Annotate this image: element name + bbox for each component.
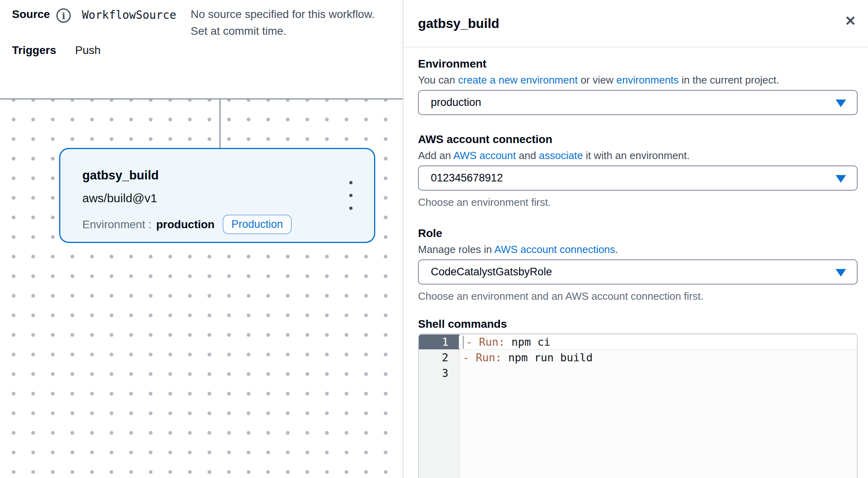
panel-body: Environment You can create a new environ… bbox=[404, 48, 868, 478]
aws-account-link[interactable]: AWS account bbox=[453, 149, 516, 161]
environment-select-value: production bbox=[431, 96, 481, 109]
close-icon[interactable]: ✕ bbox=[842, 12, 859, 30]
editor-lines[interactable]: 1- Run: npm ci2- Run: npm run build3 bbox=[419, 334, 857, 381]
aws-account-select[interactable]: 012345678912 bbox=[418, 165, 858, 191]
section-environment: Environment You can create a new environ… bbox=[418, 57, 857, 115]
node-environment-label: Environment : bbox=[82, 218, 151, 231]
source-label: Source bbox=[12, 8, 50, 21]
aws-account-description: Add an AWS account and associate it with… bbox=[418, 149, 857, 162]
environment-desc-text2: or view bbox=[577, 74, 616, 86]
editor-line[interactable]: 1- Run: npm ci bbox=[419, 334, 857, 350]
workflow-source-name: WorkflowSource bbox=[82, 8, 176, 22]
line-number: 3 bbox=[419, 365, 460, 381]
shell-commands-heading: Shell commands bbox=[418, 317, 857, 331]
info-icon[interactable]: i bbox=[56, 8, 71, 23]
kebab-menu-icon[interactable] bbox=[342, 179, 360, 212]
node-environment-row: Environment : production Production bbox=[82, 215, 292, 234]
environments-link[interactable]: environments bbox=[616, 74, 679, 86]
code-token: npm run build bbox=[502, 351, 593, 364]
action-details-panel: gatbsy_build ✕ Environment You can creat… bbox=[403, 0, 868, 478]
environment-description: You can create a new environment or view… bbox=[418, 73, 857, 87]
aws-desc-text2: and bbox=[516, 149, 539, 161]
role-description: Manage roles in AWS account connections. bbox=[418, 243, 857, 256]
environment-select[interactable]: production bbox=[418, 90, 858, 115]
role-heading: Role bbox=[418, 227, 857, 240]
workflow-canvas[interactable]: Source i WorkflowSource No source specif… bbox=[0, 0, 403, 478]
panel-title: gatbsy_build bbox=[418, 16, 500, 31]
aws-desc-text3: it with an environment. bbox=[583, 149, 689, 161]
text-cursor bbox=[463, 336, 464, 349]
yaml-key-token: - Run: bbox=[466, 336, 505, 348]
code-token: npm ci bbox=[505, 336, 551, 348]
environment-desc-text1: You can bbox=[418, 74, 458, 86]
create-environment-link[interactable]: create a new environment bbox=[458, 74, 577, 86]
section-aws-account: AWS account connection Add an AWS accoun… bbox=[418, 133, 857, 209]
line-content[interactable]: - Run: npm ci bbox=[459, 336, 857, 349]
trigger-push[interactable]: Push bbox=[75, 44, 101, 57]
editor-line[interactable]: 2- Run: npm run build bbox=[419, 350, 857, 365]
shell-commands-editor[interactable]: 1- Run: npm ci2- Run: npm run build3 bbox=[418, 333, 858, 478]
section-shell-commands: Shell commands 1- Run: npm ci2- Run: npm… bbox=[418, 317, 857, 478]
aws-account-select-value: 012345678912 bbox=[431, 172, 503, 184]
line-content[interactable]: - Run: npm run build bbox=[460, 351, 857, 364]
aws-desc-text1: Add an bbox=[418, 149, 453, 161]
connector-line bbox=[219, 100, 221, 149]
panel-header: gatbsy_build ✕ bbox=[404, 0, 868, 48]
dropdown-caret-icon bbox=[836, 100, 846, 107]
source-note-line1: No source specified for this workflow. bbox=[191, 8, 375, 21]
node-environment-value: production bbox=[156, 218, 215, 231]
role-desc-text1: Manage roles in bbox=[418, 243, 494, 255]
role-select-value: CodeCatalystGatsbyRole bbox=[431, 266, 552, 278]
environment-desc-text3: in the current project. bbox=[679, 74, 779, 86]
line-number: 2 bbox=[419, 350, 460, 365]
yaml-key-token: - Run: bbox=[463, 351, 502, 364]
workflow-node-gatbsy-build[interactable]: gatbsy_build aws/build@v1 Environment : … bbox=[59, 148, 375, 243]
line-number: 1 bbox=[419, 335, 460, 349]
role-desc-text2: . bbox=[615, 243, 618, 255]
source-note-line2: Set at commit time. bbox=[191, 25, 287, 38]
dropdown-caret-icon bbox=[836, 269, 846, 277]
aws-account-heading: AWS account connection bbox=[418, 133, 857, 146]
role-select[interactable]: CodeCatalystGatsbyRole bbox=[418, 259, 858, 285]
editor-line[interactable]: 3 bbox=[419, 365, 857, 381]
aws-account-helper: Choose an environment first. bbox=[418, 195, 857, 209]
associate-link[interactable]: associate bbox=[539, 149, 583, 161]
triggers-label: Triggers bbox=[12, 44, 56, 57]
node-title: gatbsy_build bbox=[82, 168, 292, 183]
production-badge[interactable]: Production bbox=[223, 215, 292, 234]
node-action-type: aws/build@v1 bbox=[82, 191, 292, 205]
environment-heading: Environment bbox=[418, 57, 857, 71]
dropdown-caret-icon bbox=[836, 175, 846, 183]
aws-account-connections-link[interactable]: AWS account connections bbox=[494, 243, 615, 255]
section-role: Role Manage roles in AWS account connect… bbox=[418, 227, 857, 303]
role-helper: Choose an environment and an AWS account… bbox=[418, 289, 857, 303]
